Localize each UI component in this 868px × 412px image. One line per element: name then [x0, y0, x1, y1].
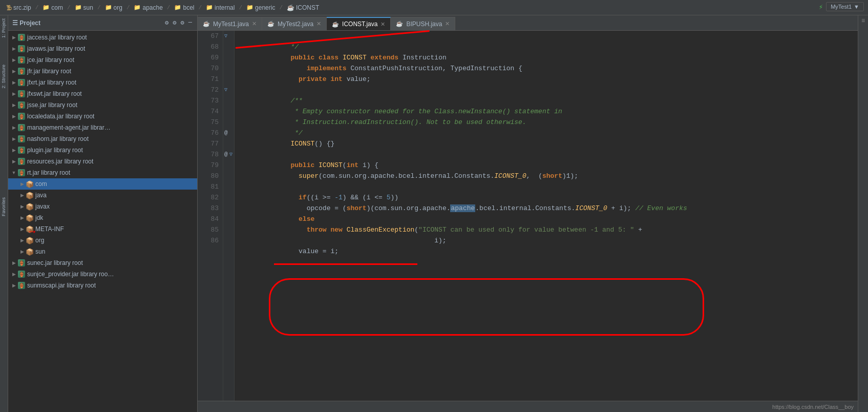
status-url: https://blog.csdn.net/Class__boy — [772, 404, 854, 410]
close-tab-mytest1[interactable]: ✕ — [252, 20, 257, 27]
project-header: ☰ Project ⚙ ⚙ ⚙ — — [8, 15, 197, 31]
tree-arrow-resources[interactable] — [10, 158, 17, 165]
tree-item-rt[interactable]: 🏺rt.jar library root — [8, 167, 197, 178]
tab-mytest2[interactable]: ☕ MyTest2.java ✕ — [262, 17, 327, 30]
code-line-81: if((i >= -1) && (i <= 5)) — [239, 181, 854, 192]
close-panel-icon[interactable]: — — [187, 18, 193, 28]
tree-item-sunjce_provider[interactable]: 🏺sunjce_provider.jar library roo… — [8, 269, 197, 280]
tree-item-jfxswt[interactable]: 🏺jfxswt.jar library root — [8, 88, 197, 99]
run-config-button[interactable]: MyTest1 ▼ — [826, 2, 864, 11]
tree-item-jsse[interactable]: 🏺jsse.jar library root — [8, 99, 197, 111]
tree-label-jfxswt: jfxswt.jar library root — [27, 90, 82, 97]
tab-iconst[interactable]: ☕ ICONST.java ✕ — [327, 17, 391, 30]
close-tab-bipush[interactable]: ✕ — [445, 20, 450, 27]
file-icon-jfr: 🏺 — [17, 67, 26, 75]
right-sidebar-icon[interactable]: ≡ — [861, 17, 865, 25]
tree-item-resources[interactable]: 🏺resources.jar library root — [8, 156, 197, 167]
tree-arrow-java[interactable] — [18, 192, 26, 199]
file-icon-sun: 📦 — [26, 248, 34, 256]
tree-item-javaws[interactable]: 🏺javaws.jar library root — [8, 43, 197, 54]
breadcrumb-bcel[interactable]: 📁 bcel — [172, 3, 196, 12]
tree-item-jfxrt[interactable]: 🏺jfxrt.jar library root — [8, 77, 197, 88]
file-icon-org: 📦 — [26, 236, 34, 244]
tree-item-com[interactable]: 📦com — [8, 178, 197, 190]
java-file-icon: ☕ — [287, 4, 294, 11]
breadcrumb-com[interactable]: 📁 com — [40, 3, 65, 12]
breadcrumb-org[interactable]: 📁 org — [103, 3, 124, 12]
tree-item-javax[interactable]: 📦javax — [8, 201, 197, 212]
tab-bipush[interactable]: ☕ BIPUSH.java ✕ — [391, 17, 455, 30]
tree-arrow-management-agent[interactable] — [10, 124, 17, 131]
tab-bar: ☕ MyTest1.java ✕ ☕ MyTest2.java ✕ ☕ ICON… — [198, 15, 858, 31]
tree-label-localedata: localedata.jar library root — [27, 113, 94, 120]
file-icon-plugin: 🏺 — [17, 146, 26, 154]
breadcrumb-srczip[interactable]: 🗜 src.zip — [4, 3, 33, 12]
sidebar-tab-project[interactable]: 1: Project — [0, 15, 8, 41]
tree-arrow-META-INF[interactable] — [18, 225, 26, 233]
tree-item-sunmscapi[interactable]: 🏺sunmscapi.jar library root — [8, 280, 197, 291]
tree-item-management-agent[interactable]: 🏺management-agent.jar librar… — [8, 122, 197, 133]
tree-arrow-jfr[interactable] — [10, 68, 17, 75]
run-config[interactable]: ⚡ MyTest1 ▼ — [819, 2, 864, 11]
tree-item-localedata[interactable]: 🏺localedata.jar library root — [8, 111, 197, 122]
tree-arrow-sunec[interactable] — [10, 259, 17, 266]
breadcrumb-apache[interactable]: 📁 apache — [132, 3, 164, 12]
sync-icon[interactable]: ⚙ — [164, 18, 170, 28]
breadcrumb-iconst[interactable]: ☕ ICONST — [285, 3, 321, 12]
tree-label-sunec: sunec.jar library root — [27, 259, 83, 266]
tree-arrow-jce[interactable] — [10, 56, 17, 64]
tree-arrow-sun[interactable] — [18, 248, 26, 255]
settings-icon[interactable]: ⚙ — [172, 18, 177, 28]
tree-arrow-jaccess[interactable] — [10, 34, 17, 41]
tree-arrow-jsse[interactable] — [10, 101, 17, 109]
breadcrumb-internal[interactable]: 📁 internal — [204, 3, 237, 12]
tree-arrow-com[interactable] — [18, 180, 26, 188]
tree-arrow-jfxswt[interactable] — [10, 90, 17, 97]
tree-item-java[interactable]: 📦java — [8, 190, 197, 201]
close-tab-iconst[interactable]: ✕ — [380, 21, 385, 28]
tree-arrow-rt[interactable] — [10, 169, 17, 176]
breadcrumb-sun[interactable]: 📁 sun — [73, 3, 95, 12]
java-icon: ☕ — [203, 20, 210, 27]
tree-item-plugin[interactable]: 🏺plugin.jar library root — [8, 145, 197, 156]
tree-item-jaccess[interactable]: 🏺jaccess.jar library root — [8, 32, 197, 43]
code-editor[interactable]: */ public class ICONST extends Instructi… — [235, 31, 858, 401]
tree-item-nashorn[interactable]: 🏺nashorn.jar library root — [8, 133, 197, 145]
sidebar-tab-favorites[interactable]: Favorites — [0, 194, 8, 219]
tree-item-jdk[interactable]: 📦jdk — [8, 212, 197, 223]
code-line-78: public ICONST(int i) { — [239, 149, 854, 160]
tree-item-sunec[interactable]: 🏺sunec.jar library root — [8, 257, 197, 269]
run-indicator-icon: ⚡ — [819, 3, 823, 11]
right-sidebar: ≡ — [858, 15, 868, 412]
tree-item-jfr[interactable]: 🏺jfr.jar library root — [8, 66, 197, 77]
tree-item-sun[interactable]: 📦sun — [8, 246, 197, 257]
tree-item-jce[interactable]: 🏺jce.jar library root — [8, 54, 197, 66]
sidebar-tab-structure[interactable]: 2: Structure — [0, 61, 8, 92]
file-icon-com: 📦 — [26, 180, 34, 188]
tab-mytest1[interactable]: ☕ MyTest1.java ✕ — [198, 17, 262, 30]
tree-arrow-sunjce_provider[interactable] — [10, 271, 17, 278]
close-tab-mytest2[interactable]: ✕ — [316, 20, 321, 27]
tree-label-management-agent: management-agent.jar librar… — [27, 124, 111, 131]
tree-arrow-sunmscapi[interactable] — [10, 282, 17, 289]
breadcrumb-generic[interactable]: 📁 generic — [244, 3, 277, 12]
tree-label-javax: javax — [35, 203, 50, 210]
tree-arrow-localedata[interactable] — [10, 113, 17, 120]
tree-arrow-plugin[interactable] — [10, 147, 17, 154]
tree-item-org[interactable]: 📦org — [8, 235, 197, 246]
tree-arrow-javaws[interactable] — [10, 45, 17, 52]
tree-arrow-jdk[interactable] — [18, 214, 26, 221]
tree-arrow-nashorn[interactable] — [10, 135, 17, 142]
tree-label-sunmscapi: sunmscapi.jar library root — [27, 282, 96, 289]
breadcrumb-bar: 🗜 src.zip / 📁 com / 📁 sun / 📁 org / 📁 ap… — [0, 0, 868, 15]
gear-icon[interactable]: ⚙ — [180, 18, 185, 28]
tree-arrow-jfxrt[interactable] — [10, 79, 17, 86]
tree-arrow-org[interactable] — [18, 237, 26, 244]
tree-arrow-javax[interactable] — [18, 203, 26, 210]
tree-label-jdk: jdk — [35, 214, 43, 221]
file-icon-management-agent: 🏺 — [17, 123, 26, 132]
tree-item-META-INF[interactable]: 📦META-INF — [8, 223, 197, 235]
code-line-67: */ — [239, 31, 854, 42]
tree-label-com: com — [35, 180, 47, 188]
file-icon-jce: 🏺 — [17, 56, 26, 64]
